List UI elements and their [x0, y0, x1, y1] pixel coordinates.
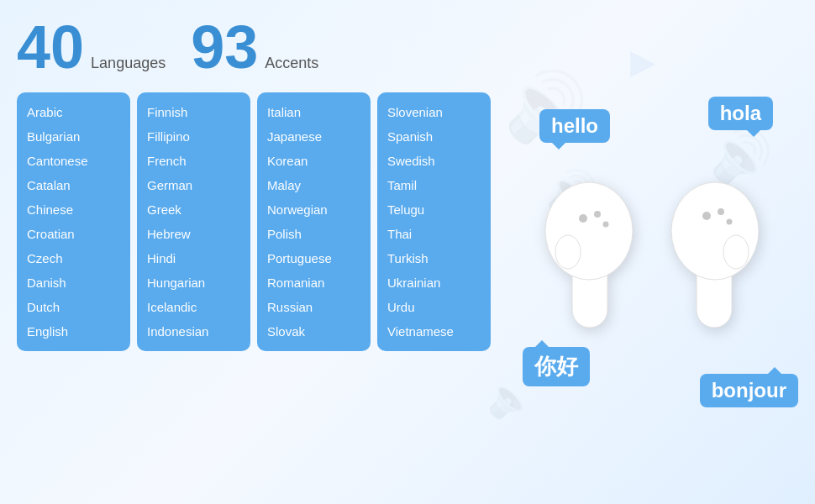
languages-number: 40: [17, 17, 84, 77]
lang-arabic: Arabic: [27, 101, 120, 123]
accents-label: Accents: [265, 55, 318, 72]
lang-spanish: Spanish: [387, 125, 481, 148]
svg-point-8: [723, 235, 749, 269]
language-column-2: Finnish Fillipino French German Greek He…: [137, 92, 250, 351]
lang-greek: Greek: [147, 198, 240, 221]
lang-norwegian: Norwegian: [267, 198, 360, 221]
lang-fillipino: Fillipino: [147, 125, 240, 148]
languages-label: Languages: [91, 55, 166, 72]
language-column-3: Italian Japanese Korean Malay Norwegian …: [257, 92, 371, 351]
lang-indonesian: Indonesian: [147, 320, 240, 343]
lang-hebrew: Hebrew: [147, 223, 240, 245]
lang-slovenian: Slovenian: [387, 101, 481, 123]
svg-point-11: [727, 219, 733, 225]
svg-point-5: [603, 222, 609, 228]
lang-ukrainian: Ukrainian: [387, 271, 481, 294]
bubble-hello: hello: [539, 109, 610, 143]
lang-thai: Thai: [387, 223, 481, 245]
lang-hindi: Hindi: [147, 247, 240, 270]
lang-cantonese: Cantonese: [27, 150, 120, 172]
lang-portuguese: Portuguese: [267, 247, 360, 270]
right-side: hello hola: [506, 92, 798, 454]
lang-urdu: Urdu: [387, 296, 481, 318]
lang-french: French: [147, 150, 240, 172]
lang-italian: Italian: [267, 101, 360, 123]
lang-russian: Russian: [267, 296, 360, 318]
lang-polish: Polish: [267, 223, 360, 245]
lang-turkish: Turkish: [387, 247, 481, 270]
lang-catalan: Catalan: [27, 174, 120, 197]
svg-point-4: [594, 211, 601, 218]
lang-tamil: Tamil: [387, 174, 481, 197]
lang-telugu: Telugu: [387, 198, 481, 221]
lang-swedish: Swedish: [387, 150, 481, 172]
lang-bulgarian: Bulgarian: [27, 125, 120, 148]
lang-vietnamese: Vietnamese: [387, 320, 481, 343]
lang-croatian: Croatian: [27, 223, 120, 245]
language-column-4: Slovenian Spanish Swedish Tamil Telugu T…: [377, 92, 491, 351]
earbuds-container: [534, 143, 770, 339]
lang-romanian: Romanian: [267, 271, 360, 294]
lang-german: German: [147, 174, 240, 197]
lang-icelandic: Icelandic: [147, 296, 240, 318]
lang-korean: Korean: [267, 150, 360, 172]
svg-point-1: [545, 182, 633, 280]
svg-point-2: [555, 235, 581, 269]
lang-czech: Czech: [27, 247, 120, 270]
languages-stat: 40 Languages: [17, 17, 166, 77]
lang-malay: Malay: [267, 174, 360, 197]
lang-hungarian: Hungarian: [147, 271, 240, 294]
lang-chinese: Chinese: [27, 198, 120, 221]
bubble-bonjour: bonjour: [700, 374, 798, 407]
left-earbud: [534, 143, 644, 339]
lang-dutch: Dutch: [27, 296, 120, 318]
stats-row: 40 Languages 93 Accents: [17, 17, 798, 77]
lang-english: English: [27, 320, 120, 343]
svg-point-9: [702, 212, 711, 220]
bubble-nihao: 你好: [523, 347, 590, 386]
lang-danish: Danish: [27, 271, 120, 294]
svg-point-3: [579, 214, 587, 223]
main-container: 🔊 🔊 ▶ 🔊 🔈 40 Languages 93 Accents Arabic…: [0, 0, 815, 504]
right-earbud: [660, 143, 770, 339]
accents-stat: 93 Accents: [191, 17, 318, 77]
lang-japanese: Japanese: [267, 125, 360, 148]
accents-number: 93: [191, 17, 258, 77]
content-row: Arabic Bulgarian Cantonese Catalan Chine…: [17, 92, 798, 454]
lang-finnish: Finnish: [147, 101, 240, 123]
bubble-hola: hola: [708, 97, 773, 130]
language-column-1: Arabic Bulgarian Cantonese Catalan Chine…: [17, 92, 130, 351]
lang-slovak: Slovak: [267, 320, 360, 343]
svg-point-7: [671, 182, 759, 280]
svg-point-10: [718, 208, 724, 215]
